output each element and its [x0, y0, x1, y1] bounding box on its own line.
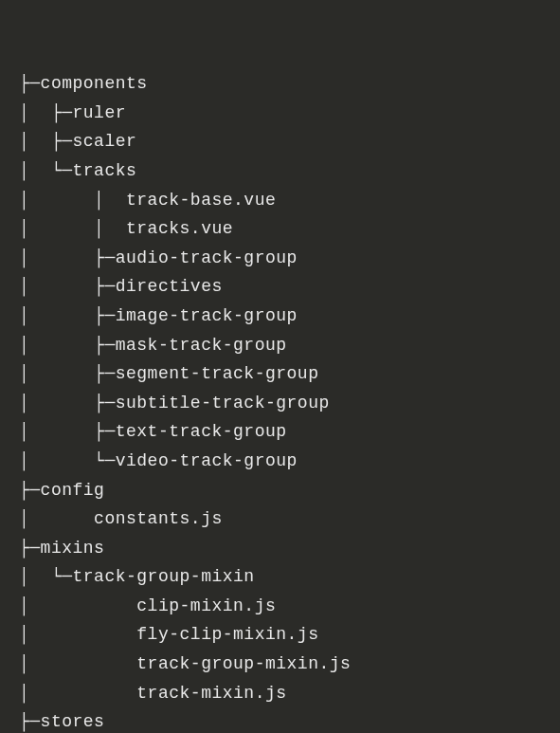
tree-line-folder: ├─config [19, 476, 541, 505]
tree-line-folder: ├─components [19, 69, 541, 99]
tree-line-folder: │ └─tracks [19, 156, 541, 186]
tree-line-folder: │ ├─ruler [19, 99, 541, 128]
tree-line-folder: │ ├─directives [19, 272, 541, 302]
tree-line-file: │ track-mixin.js [19, 679, 541, 708]
tree-line-file: │ fly-clip-mixin.js [19, 620, 541, 650]
tree-line-folder: ├─mixins [19, 534, 541, 563]
tree-line-file: │ clip-mixin.js [19, 592, 541, 621]
tree-line-folder: │ ├─subtitle-track-group [19, 389, 541, 418]
file-tree: ├─components│ ├─ruler│ ├─scaler│ └─track… [19, 69, 541, 733]
tree-line-folder: │ └─track-group-mixin [19, 562, 541, 592]
tree-line-folder: │ └─video-track-group [19, 447, 541, 476]
tree-line-folder: │ ├─scaler [19, 127, 541, 156]
tree-line-folder: │ ├─segment-track-group [19, 359, 541, 389]
tree-line-file: │ constants.js [19, 504, 541, 534]
tree-line-folder: ├─stores [19, 707, 541, 733]
tree-line-folder: │ ├─image-track-group [19, 302, 541, 331]
tree-line-folder: │ ├─mask-track-group [19, 331, 541, 360]
tree-line-file: │ │ tracks.vue [19, 214, 541, 244]
tree-line-file: │ track-group-mixin.js [19, 650, 541, 679]
tree-line-file: │ │ track-base.vue [19, 186, 541, 215]
tree-line-folder: │ ├─audio-track-group [19, 244, 541, 273]
tree-line-folder: │ ├─text-track-group [19, 417, 541, 447]
